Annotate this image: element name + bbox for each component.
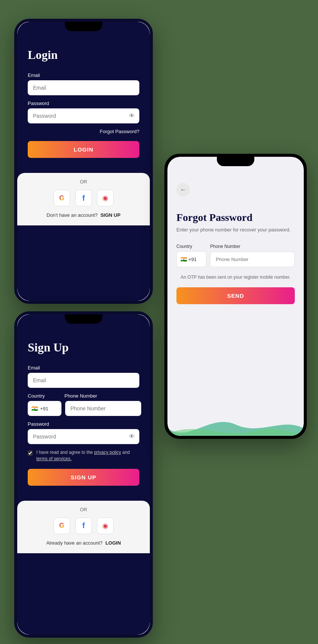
forgot-country-phone-row: 🇮🇳 +91: [176, 251, 295, 267]
instagram-icon-signup: ◉: [102, 522, 108, 530]
forgot-phone-input[interactable]: [210, 252, 295, 267]
social-row: G f ◉: [28, 190, 139, 206]
back-button[interactable]: ←: [176, 183, 190, 197]
password-field-group: Password 👁: [28, 101, 139, 123]
signup-password-wrapper: 👁: [28, 429, 139, 444]
signup-password-label: Password: [28, 421, 139, 427]
terms-checkbox-row: I have read and agree to the privacy pol…: [28, 449, 139, 462]
login-button[interactable]: LOGIN: [28, 141, 139, 158]
forgot-subtitle: Enter your phone number for recover your…: [176, 227, 295, 233]
login-title: Login: [28, 48, 139, 62]
country-phone-group: Country Phone Number 🇮🇳 +91: [28, 393, 139, 416]
signup-email-label: Email: [28, 365, 139, 371]
no-account-text: Don't have an account? SIGN UP: [28, 212, 139, 218]
signup-password-group: Password 👁: [28, 421, 139, 444]
back-arrow-icon: ←: [180, 186, 186, 193]
login-bottom-section: OR G f ◉ Don't have an account? SIGN UP: [17, 173, 150, 225]
signup-link[interactable]: SIGN UP: [100, 212, 120, 218]
email-field-group: Email: [28, 72, 139, 101]
facebook-icon-signup: f: [82, 521, 85, 530]
forgot-screen: ← Forgot Password Enter your phone numbe…: [167, 164, 304, 436]
signup-email-input[interactable]: [28, 373, 139, 388]
country-label: Country: [28, 393, 61, 399]
signup-screen: Sign Up Email Country Phone Number 🇮🇳 +9…: [17, 322, 150, 497]
eye-icon[interactable]: 👁: [129, 113, 135, 119]
login-phone: Login Email Password 👁 Forgot Password? …: [14, 19, 153, 304]
or-divider: OR: [28, 179, 139, 185]
signup-email-group: Email: [28, 365, 139, 393]
password-wrapper: 👁: [28, 108, 139, 123]
notch-forgot: [221, 157, 251, 164]
forgot-phone: ← Forgot Password Enter your phone numbe…: [164, 154, 307, 439]
forgot-country-select[interactable]: 🇮🇳 +91: [176, 251, 206, 267]
signup-social-row: G f ◉: [28, 518, 139, 534]
have-account-text: Already have an account? LOGIN: [28, 540, 139, 546]
terms-checkbox[interactable]: [28, 450, 33, 456]
terms-label: I have read and agree to the privacy pol…: [36, 449, 139, 462]
email-label: Email: [28, 72, 139, 78]
forgot-country-label: Country: [176, 244, 206, 249]
instagram-icon: ◉: [102, 194, 108, 202]
signup-eye-icon[interactable]: 👁: [129, 433, 135, 440]
forgot-phone-label: Phone Number: [210, 244, 295, 249]
wave-decoration: [167, 413, 304, 436]
password-input[interactable]: [28, 108, 139, 123]
send-button[interactable]: SEND: [176, 287, 295, 304]
phone-input[interactable]: [65, 401, 141, 416]
login-screen: Login Email Password 👁 Forgot Password? …: [17, 29, 150, 169]
google-signup-button[interactable]: G: [54, 518, 70, 534]
forgot-india-flag-icon: 🇮🇳: [181, 256, 187, 262]
forgot-country-phone-group: Country Phone Number 🇮🇳 +91: [176, 244, 295, 267]
facebook-icon: f: [82, 194, 85, 203]
instagram-signup-button[interactable]: ◉: [97, 518, 113, 534]
country-select[interactable]: 🇮🇳 +91: [28, 401, 61, 416]
facebook-signup-button[interactable]: f: [75, 518, 92, 534]
google-icon-signup: G: [59, 522, 64, 530]
login-link[interactable]: LOGIN: [105, 540, 121, 546]
country-code: +91: [40, 406, 48, 411]
signup-password-input[interactable]: [28, 429, 139, 444]
privacy-policy-link[interactable]: privacy policy: [94, 450, 121, 455]
signup-or-divider: OR: [28, 507, 139, 512]
forgot-title: Forgot Password: [176, 212, 295, 224]
signup-bottom-section: OR G f ◉ Already have an account? LOGIN: [17, 501, 150, 553]
terms-link[interactable]: terms of services.: [36, 456, 72, 461]
google-icon: G: [59, 194, 64, 202]
signup-title: Sign Up: [28, 341, 139, 354]
email-input[interactable]: [28, 80, 139, 95]
otp-message: An OTP has been sent on your register mo…: [176, 274, 295, 281]
notch: [69, 22, 99, 29]
facebook-login-button[interactable]: f: [75, 190, 92, 206]
country-phone-row: 🇮🇳 +91: [28, 401, 139, 416]
google-login-button[interactable]: G: [54, 190, 70, 206]
password-label: Password: [28, 101, 139, 106]
phone-label: Phone Number: [64, 393, 139, 399]
india-flag-icon: 🇮🇳: [31, 405, 38, 411]
forgot-password-link[interactable]: Forgot Password?: [28, 129, 139, 134]
forgot-country-code: +91: [188, 257, 197, 262]
signup-button[interactable]: SIGN UP: [28, 469, 139, 486]
signup-phone: Sign Up Email Country Phone Number 🇮🇳 +9…: [14, 311, 153, 638]
notch-signup: [69, 314, 99, 322]
instagram-login-button[interactable]: ◉: [97, 190, 113, 206]
